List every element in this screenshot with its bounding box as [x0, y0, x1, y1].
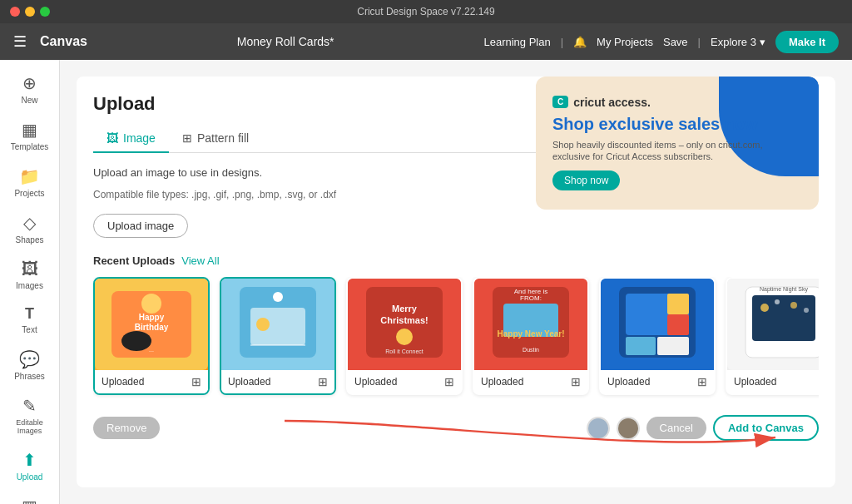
pattern-tab-icon: ⊞ — [182, 131, 192, 145]
upload-card-5[interactable]: ··· Uploade — [599, 277, 716, 395]
explore-button[interactable]: Explore 3 ▾ — [711, 36, 765, 48]
svg-point-9 — [273, 292, 283, 302]
svg-rect-30 — [667, 314, 689, 335]
chevron-down-icon: ▾ — [760, 36, 765, 48]
images-icon: 🖼 — [22, 259, 38, 279]
svg-rect-29 — [667, 294, 689, 314]
text-icon: T — [25, 305, 34, 323]
card-label-4: Uploaded — [481, 376, 523, 388]
card-footer-5: Uploaded ⊞ — [601, 370, 714, 393]
card-type-icon-2: ⊞ — [318, 375, 328, 388]
sidebar-item-editable[interactable]: ✎ Editable Images — [3, 389, 57, 442]
sidebar-label-text: Text — [22, 325, 37, 334]
monogram-icon: ▦ — [22, 497, 37, 504]
card-label-1: Uploaded — [102, 376, 144, 388]
ad-shop-button[interactable]: Shop now — [552, 170, 620, 190]
svg-text:Dustin: Dustin — [523, 347, 539, 353]
cancel-button[interactable]: Cancel — [646, 417, 706, 439]
cricut-logo-icon: C — [552, 96, 568, 108]
tab-pattern[interactable]: ⊞ Pattern fill — [169, 125, 262, 153]
sidebar-item-text[interactable]: T Text — [3, 299, 57, 341]
card-image-6: ··· Naptime Night Sky — [727, 279, 819, 370]
svg-point-17 — [396, 329, 413, 345]
svg-text:FROM:: FROM: — [520, 294, 542, 302]
ad-logo: C cricut access. — [552, 96, 802, 109]
recent-header: Recent Uploads View All — [93, 254, 819, 267]
header-right: Learning Plan | 🔔 My Projects Save | Exp… — [483, 31, 839, 53]
titlebar: Cricut Design Space v7.22.149 — [0, 0, 852, 23]
card-image-4: ··· And here is FROM: Happy New Year! Du… — [474, 279, 587, 370]
card-type-icon-4: ⊞ — [571, 375, 581, 388]
sidebar-item-new[interactable]: ⊕ New — [3, 67, 57, 111]
window-controls[interactable] — [10, 7, 50, 17]
phrases-icon: 💬 — [19, 349, 40, 369]
sidebar-label-templates: Templates — [11, 142, 49, 151]
ad-subtext: Shop heavily discounted items – only on … — [552, 139, 802, 163]
upload-icon: ⬆ — [22, 450, 37, 470]
sidebar-item-shapes[interactable]: ◇ Shapes — [3, 206, 57, 251]
upload-card-2[interactable]: ··· Uploaded ⊞ — [220, 277, 336, 395]
minimize-dot[interactable] — [25, 7, 35, 17]
sidebar-item-monogram[interactable]: ▦ Monogram — [3, 490, 57, 504]
color-swatch-2[interactable] — [617, 417, 640, 440]
add-to-canvas-button[interactable]: Add to Canvas — [713, 415, 819, 441]
card-image-3: ··· Merry Christmas! Roll it Connect — [348, 279, 461, 370]
remove-button[interactable]: Remove — [93, 417, 160, 439]
upload-card-4[interactable]: ··· And here is FROM: Happy New Year! Du… — [473, 277, 589, 395]
logo[interactable]: Canvas — [40, 34, 87, 49]
ad-content: C cricut access. Shop exclusive sales no… — [552, 96, 802, 191]
header: ☰ Canvas Money Roll Cards* Learning Plan… — [0, 23, 852, 60]
svg-text:Happy New Year!: Happy New Year! — [498, 329, 565, 338]
sidebar-item-projects[interactable]: 📁 Projects — [3, 160, 57, 205]
my-projects[interactable]: My Projects — [597, 36, 653, 48]
svg-text:Birthday: Birthday — [135, 323, 169, 332]
sidebar: ⊕ New ▦ Templates 📁 Projects ◇ Shapes 🖼 … — [0, 60, 60, 504]
uploads-grid: ··· Happy Birthday ··· — [93, 277, 819, 398]
upload-card-6[interactable]: ··· Naptime Night Sky — [726, 277, 819, 395]
image-tab-icon: 🖼 — [106, 131, 118, 145]
maximize-dot[interactable] — [40, 7, 50, 17]
svg-text:Happy: Happy — [139, 313, 165, 322]
ad-banner: C cricut access. Shop exclusive sales no… — [536, 77, 819, 210]
upload-image-button[interactable]: Upload image — [93, 214, 188, 238]
sidebar-item-images[interactable]: 🖼 Images — [3, 253, 57, 297]
card-type-icon-1: ⊞ — [191, 375, 201, 388]
close-dot[interactable] — [10, 7, 20, 17]
main-content: C cricut access. Shop exclusive sales no… — [60, 60, 852, 504]
bottom-bar: Remove Cancel Add to Canvas — [93, 408, 819, 441]
sidebar-item-upload[interactable]: ⬆ Upload — [3, 443, 57, 488]
make-it-button[interactable]: Make It — [775, 31, 839, 53]
color-swatch-1[interactable] — [587, 417, 610, 440]
svg-point-38 — [775, 299, 780, 304]
card-type-icon-5: ⊞ — [697, 375, 707, 388]
layout: ⊕ New ▦ Templates 📁 Projects ◇ Shapes 🖼 … — [0, 60, 852, 504]
learning-plan[interactable]: Learning Plan — [483, 36, 550, 48]
card-label-5: Uploaded — [607, 376, 650, 388]
card-footer-3: Uploaded ⊞ — [348, 370, 461, 393]
menu-icon[interactable]: ☰ — [13, 32, 27, 51]
sidebar-item-phrases[interactable]: 💬 Phrases — [3, 343, 57, 388]
recent-label: Recent Uploads — [93, 254, 175, 267]
svg-point-2 — [141, 294, 161, 314]
card-footer-2: Uploaded ⊞ — [221, 370, 334, 393]
card-label-6: Uploaded — [734, 376, 776, 388]
svg-text:···: ··· — [149, 348, 154, 354]
upload-card-3[interactable]: ··· Merry Christmas! Roll it Connect — [346, 277, 463, 395]
bottom-right: Cancel Add to Canvas — [587, 415, 819, 441]
new-icon: ⊕ — [22, 73, 37, 93]
card-footer-6: Uploaded ⊞ — [727, 370, 819, 393]
templates-icon: ▦ — [22, 120, 37, 140]
svg-rect-36 — [752, 295, 815, 341]
svg-point-11 — [256, 318, 270, 331]
upload-panel: C cricut access. Shop exclusive sales no… — [77, 77, 835, 487]
save-link[interactable]: Save — [663, 36, 688, 48]
svg-text:Naptime Night Sky: Naptime Night Sky — [760, 286, 808, 293]
upload-card-1[interactable]: ··· Happy Birthday ··· — [93, 277, 210, 395]
card-label-2: Uploaded — [228, 376, 270, 388]
view-all-link[interactable]: View All — [181, 254, 219, 267]
sidebar-label-editable: Editable Images — [7, 418, 53, 435]
bell-icon[interactable]: 🔔 — [573, 36, 587, 48]
tab-image[interactable]: 🖼 Image — [93, 125, 169, 153]
app-title: Cricut Design Space v7.22.149 — [357, 6, 494, 17]
sidebar-item-templates[interactable]: ▦ Templates — [3, 113, 57, 158]
